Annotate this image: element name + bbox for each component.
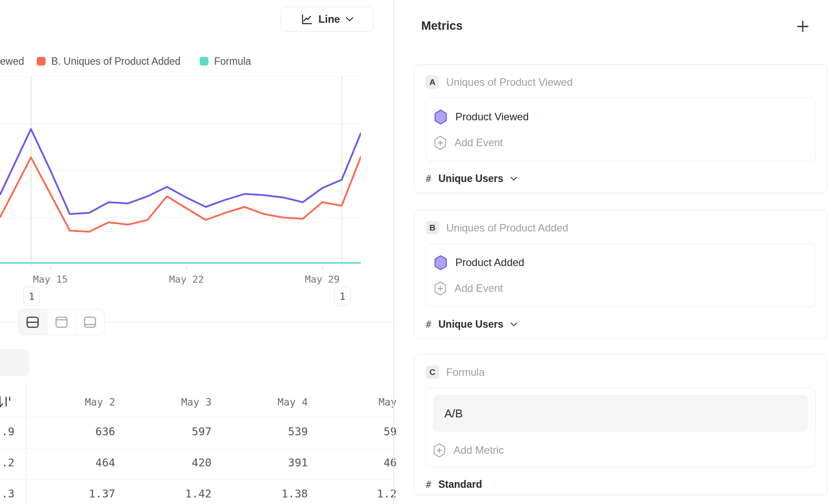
add-event-label: Add Event bbox=[454, 136, 503, 149]
legend-item-formula[interactable]: Formula bbox=[214, 56, 251, 67]
metric-title-c[interactable]: Formula bbox=[446, 366, 485, 378]
table-control-pill-cut[interactable] bbox=[0, 349, 29, 376]
add-metric-label: Add Metric bbox=[454, 444, 504, 456]
annotation-badge-1[interactable]: 1 bbox=[23, 287, 40, 306]
table-cell-frozen: .2 bbox=[0, 456, 14, 469]
metrics-panel-title: Metrics bbox=[421, 19, 463, 33]
hash-icon: # bbox=[426, 173, 431, 184]
chevron-down-icon bbox=[511, 177, 517, 181]
event-row-product-viewed[interactable]: Product Viewed bbox=[434, 107, 807, 127]
line-chart-plot[interactable] bbox=[0, 76, 361, 266]
add-event-hexagon-plus-icon bbox=[434, 136, 447, 150]
annotation-badge-2[interactable]: 1 bbox=[334, 287, 351, 306]
table-row-separator bbox=[0, 417, 393, 417]
table-bottom-icon bbox=[83, 315, 97, 329]
chevron-down-icon bbox=[346, 17, 353, 22]
x-axis-tick bbox=[322, 266, 323, 270]
table-top-icon bbox=[55, 315, 68, 329]
measurement-selector-b[interactable]: # Unique Users bbox=[426, 318, 816, 330]
add-event-label: Add Event bbox=[454, 282, 503, 294]
metric-badge-b: B bbox=[426, 221, 439, 234]
table-cell-cut: 46 bbox=[335, 456, 397, 469]
chart-legend: ewed B. Uniques of Product Added Formula bbox=[0, 56, 393, 68]
table-cell: 1.42 bbox=[150, 487, 211, 500]
line-chart-icon bbox=[301, 14, 313, 25]
add-event-button-a[interactable]: Add Event bbox=[434, 133, 807, 152]
formula-input[interactable]: A/B bbox=[433, 395, 808, 432]
layout-table-bottom-button[interactable] bbox=[76, 309, 104, 335]
table-row-separator bbox=[0, 479, 393, 480]
add-event-button-b[interactable]: Add Event bbox=[434, 279, 807, 298]
table-cell-frozen: .9 bbox=[0, 425, 14, 438]
panel-divider bbox=[393, 0, 394, 504]
measurement-selector-a[interactable]: # Unique Users bbox=[426, 173, 816, 185]
measurement-selector-c[interactable]: # Standard bbox=[426, 479, 816, 490]
x-label-may29: May 29 bbox=[296, 274, 349, 285]
chevron-down-icon bbox=[511, 322, 517, 327]
table-cell-cut: 59 bbox=[335, 425, 397, 438]
table-cell: 391 bbox=[246, 456, 308, 469]
chart-type-label: Line bbox=[318, 13, 340, 25]
measurement-label: Unique Users bbox=[438, 318, 503, 330]
table-cell: 597 bbox=[150, 425, 211, 438]
table-cell: 636 bbox=[54, 425, 115, 438]
event-hexagon-icon bbox=[434, 255, 447, 270]
add-metric-hexagon-plus-icon bbox=[433, 443, 446, 458]
table-cell: 420 bbox=[150, 456, 211, 469]
column-header-may2[interactable]: May 2 bbox=[54, 396, 115, 408]
chart-type-button[interactable]: Line bbox=[281, 7, 373, 32]
metric-card-a: A Uniques of Product Viewed Product View… bbox=[414, 64, 827, 193]
metric-badge-c: C bbox=[426, 365, 439, 379]
table-cell: 539 bbox=[246, 425, 308, 438]
add-metric-plus-icon[interactable] bbox=[796, 20, 810, 33]
hash-icon: # bbox=[426, 319, 431, 330]
legend-swatch-b bbox=[37, 57, 46, 66]
split-horizontal-icon bbox=[26, 315, 39, 329]
metric-title-a[interactable]: Uniques of Product Viewed bbox=[446, 76, 573, 88]
event-row-product-added[interactable]: Product Added bbox=[434, 252, 807, 273]
event-box-a: Product Viewed Add Event bbox=[426, 98, 816, 161]
metric-badge-a: A bbox=[426, 75, 439, 89]
column-header-may5-cut[interactable]: May bbox=[335, 396, 397, 408]
layout-toggle bbox=[18, 309, 105, 335]
metric-card-c: C Formula A/B Add Metric # Standard bbox=[414, 354, 827, 495]
table-cell: 464 bbox=[54, 456, 115, 469]
event-box-b: Product Added Add Event bbox=[426, 243, 816, 307]
x-label-may15: May 15 bbox=[24, 274, 77, 285]
x-axis-tick bbox=[50, 266, 51, 270]
table-cell: 1.38 bbox=[246, 487, 308, 500]
table-cell: 1.37 bbox=[54, 487, 115, 500]
table-cell-frozen: .3 bbox=[0, 487, 14, 500]
legend-item-a-partial[interactable]: ewed bbox=[0, 56, 24, 67]
legend-swatch-formula bbox=[200, 57, 208, 66]
metric-title-b[interactable]: Uniques of Product Added bbox=[446, 222, 568, 234]
layout-table-top-button[interactable] bbox=[47, 309, 76, 335]
legend-item-b[interactable]: B. Uniques of Product Added bbox=[51, 56, 180, 67]
event-name: Product Viewed bbox=[455, 111, 529, 123]
layout-split-horizontal-button[interactable] bbox=[18, 309, 47, 335]
measurement-label: Standard bbox=[438, 479, 482, 490]
column-header-may4[interactable]: May 4 bbox=[246, 396, 308, 408]
formula-box: A/B Add Metric bbox=[426, 388, 816, 467]
frozen-column-divider bbox=[26, 380, 27, 504]
metric-card-b: B Uniques of Product Added Product Added… bbox=[414, 210, 827, 339]
table-row-separator bbox=[0, 448, 393, 448]
x-label-may22: May 22 bbox=[160, 274, 213, 285]
column-header-may3[interactable]: May 3 bbox=[150, 396, 211, 408]
measurement-label: Unique Users bbox=[438, 173, 503, 185]
table-cell-cut: 1.2 bbox=[335, 487, 397, 500]
sort-icon[interactable] bbox=[0, 395, 13, 410]
x-axis-tick bbox=[187, 266, 187, 270]
event-name: Product Added bbox=[455, 256, 524, 269]
add-metric-button[interactable]: Add Metric bbox=[433, 441, 808, 460]
add-event-hexagon-plus-icon bbox=[434, 281, 447, 296]
event-hexagon-icon bbox=[434, 109, 447, 125]
hash-icon: # bbox=[426, 479, 431, 490]
